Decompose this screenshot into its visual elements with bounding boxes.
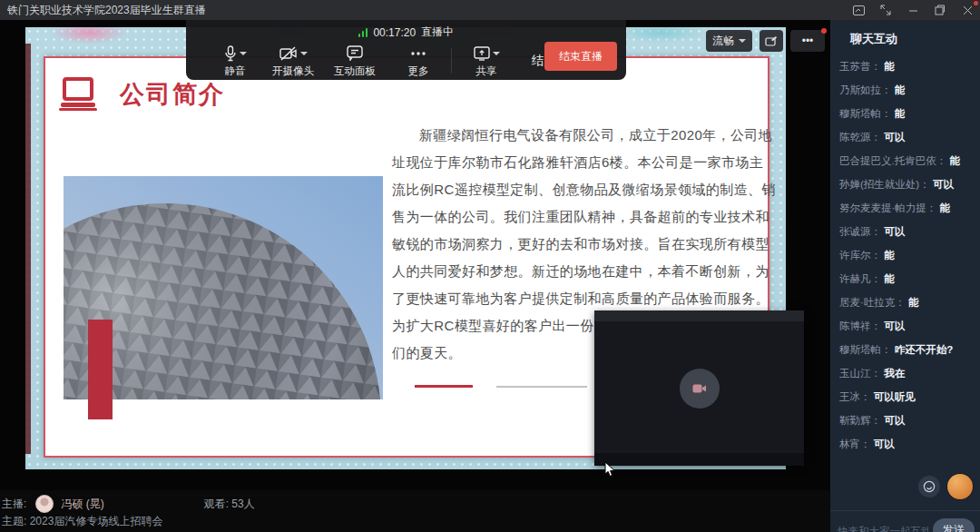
more-button[interactable]: 更多 bbox=[395, 44, 442, 78]
camera-window-titlebar bbox=[594, 310, 804, 321]
docked-panel-icon bbox=[853, 5, 865, 15]
viewers-count: 观看: 53人 bbox=[204, 497, 255, 512]
message-text: 能 bbox=[895, 84, 906, 95]
decorative-red-line bbox=[415, 385, 473, 388]
chat-message: 张诚源可以 bbox=[839, 220, 980, 243]
minimize-button[interactable] bbox=[906, 3, 920, 17]
end-live-button[interactable]: 结束直播 bbox=[544, 42, 617, 71]
chat-input[interactable] bbox=[838, 520, 928, 532]
microphone-icon bbox=[224, 45, 237, 62]
message-text: 能 bbox=[949, 155, 960, 166]
sender-name: 张诚源 bbox=[839, 226, 884, 237]
chat-message: 陈乾源可以 bbox=[839, 125, 980, 149]
message-text: 可以 bbox=[884, 226, 905, 237]
chat-message: 孙婵(招生就业处)可以 bbox=[839, 172, 980, 196]
chat-message: 居麦·吐拉克能 bbox=[839, 291, 980, 314]
message-text: 我在 bbox=[884, 368, 905, 379]
chat-toolbar bbox=[918, 474, 973, 499]
quality-selector[interactable]: 流畅 bbox=[706, 30, 752, 52]
share-label: 共享 bbox=[476, 64, 497, 78]
chat-bubble-icon bbox=[347, 45, 363, 61]
chat-message: 巴合提巴义.托肯巴依能 bbox=[839, 149, 980, 172]
annotation-icon bbox=[765, 35, 778, 47]
body-line: 址现位于库尔勒市石化路雅轩酒店6楼。本公司是一家市场主 bbox=[392, 149, 730, 176]
chevron-down-icon bbox=[493, 52, 500, 55]
chat-message: 许赫凡能 bbox=[839, 267, 980, 291]
activity-badge[interactable] bbox=[947, 474, 973, 499]
camera-toggle-button[interactable]: 开摄像头 bbox=[260, 44, 326, 78]
message-text: 能 bbox=[884, 273, 895, 284]
sender-name: 王冰 bbox=[839, 391, 874, 402]
emoji-button[interactable] bbox=[918, 476, 940, 498]
chat-message: 玉苏普能 bbox=[839, 54, 980, 78]
sender-name: 陈博祥 bbox=[839, 320, 884, 331]
sender-name: 居麦·吐拉克 bbox=[839, 297, 908, 308]
host-toolbar: 00:17:20 直播中 静音 开摄像 bbox=[186, 20, 626, 80]
close-icon bbox=[963, 5, 973, 15]
fullscreen-button[interactable] bbox=[878, 3, 893, 17]
window-controls bbox=[851, 0, 975, 20]
decorative-gray-line bbox=[496, 386, 587, 388]
share-screen-icon bbox=[474, 46, 490, 61]
message-text: 可以 bbox=[884, 320, 905, 331]
notification-dot bbox=[821, 28, 827, 34]
more-label: 更多 bbox=[408, 64, 429, 78]
window-titlebar: 铁门关职业技术学院2023届毕业生群直播 bbox=[0, 0, 980, 20]
sender-name: 穆斯塔帕 bbox=[839, 108, 895, 119]
notification-dot bbox=[974, 1, 978, 5]
slide-edge-strip bbox=[25, 44, 31, 454]
share-screen-button[interactable]: 共享 bbox=[461, 44, 512, 78]
chat-message: 穆斯塔帕咋还不开始? bbox=[839, 338, 980, 361]
viewer-more-button[interactable]: ••• bbox=[790, 30, 825, 52]
window-title: 铁门关职业技术学院2023届毕业生群直播 bbox=[0, 3, 206, 18]
message-text: 咋还不开始? bbox=[895, 344, 954, 355]
send-button[interactable]: 发送 bbox=[933, 518, 975, 532]
sender-name: 许赫凡 bbox=[839, 273, 884, 284]
annotation-button[interactable] bbox=[760, 30, 783, 52]
camera-window-toolbar bbox=[594, 453, 804, 466]
sender-name: 巴合提巴义.托肯巴依 bbox=[839, 155, 949, 166]
chat-input-area: 发送 bbox=[830, 510, 980, 532]
camera-off-slash-icon bbox=[279, 46, 298, 61]
body-line: 了更快速可靠地为客户提供定制和高质量的产品体验而服务。 bbox=[392, 285, 730, 312]
interaction-panel-button[interactable]: 互动面板 bbox=[326, 44, 384, 78]
toolbar-divider bbox=[451, 48, 452, 74]
sender-name: 穆斯塔帕 bbox=[839, 344, 895, 355]
interaction-panel-label: 互动面板 bbox=[334, 64, 376, 78]
sender-name: 玉苏普 bbox=[839, 61, 884, 72]
chat-panel: 聊天互动 玉苏普能 乃斯如拉能 穆斯塔帕能 陈乾源可以 巴合提巴义.托肯巴依能 … bbox=[830, 20, 980, 532]
host-name: 冯硕 (晃) bbox=[61, 497, 103, 512]
body-line: 新疆绿阔恒行电气设备有限公司，成立于2020年，公司地 bbox=[392, 122, 730, 149]
chat-header: 聊天互动 bbox=[830, 20, 980, 47]
laptop-icon bbox=[58, 76, 98, 113]
camera-label: 开摄像头 bbox=[272, 64, 314, 78]
camera-preview-window[interactable] bbox=[594, 310, 804, 466]
chat-message: 王冰可以听见 bbox=[839, 385, 980, 409]
close-button[interactable] bbox=[960, 3, 975, 17]
viewer-more-label: ••• bbox=[802, 34, 814, 47]
host-avatar bbox=[35, 495, 54, 513]
topic-value: 2023届汽修专场线上招聘会 bbox=[30, 515, 163, 527]
body-line: 售为一体的公司。我们注重团队精神，具备超前的专业技术和 bbox=[392, 203, 730, 231]
docked-panel-button[interactable] bbox=[851, 3, 866, 17]
chevron-down-icon bbox=[739, 39, 746, 43]
camera-off-icon bbox=[692, 383, 707, 394]
live-stream-app: 铁门关职业技术学院2023届毕业生群直播 bbox=[0, 0, 980, 532]
chat-message-list[interactable]: 玉苏普能 乃斯如拉能 穆斯塔帕能 陈乾源可以 巴合提巴义.托肯巴依能 孙婵(招生… bbox=[830, 54, 980, 472]
chat-message: 玉山江我在 bbox=[839, 361, 980, 385]
emoji-icon bbox=[923, 480, 936, 493]
chat-message: 靳勤辉可以 bbox=[839, 409, 980, 432]
mute-button[interactable]: 静音 bbox=[210, 44, 260, 78]
message-text: 可以 bbox=[933, 179, 954, 190]
fullscreen-arrows-icon bbox=[880, 5, 891, 15]
camera-off-avatar bbox=[680, 369, 720, 409]
slide-title: 公司简介 bbox=[120, 78, 225, 111]
topic-row: 主题: 2023届汽修专场线上招聘会 bbox=[2, 514, 162, 529]
stream-status-bar: 主播: 冯硕 (晃) 观看: 53人 主题: 2023届汽修专场线上招聘会 bbox=[0, 490, 830, 532]
chat-message: 林宵可以 bbox=[839, 432, 980, 456]
sender-name: 孙婵(招生就业处) bbox=[839, 179, 933, 190]
signal-bars-icon bbox=[358, 28, 368, 37]
chevron-down-icon bbox=[240, 52, 247, 55]
maximize-button[interactable] bbox=[933, 3, 947, 17]
live-status-row: 00:17:20 直播中 bbox=[186, 25, 626, 40]
